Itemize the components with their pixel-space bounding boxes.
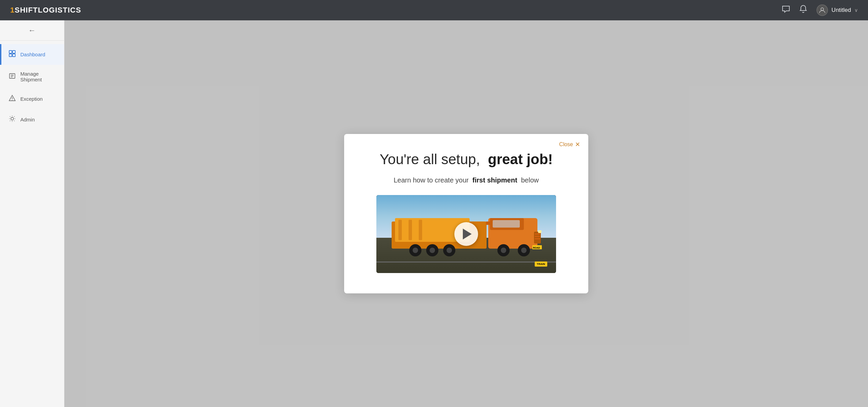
svg-rect-1 (9, 51, 12, 53)
admin-icon (9, 115, 16, 124)
close-label: Close (559, 141, 573, 148)
svg-point-27 (413, 248, 418, 253)
svg-rect-36 (486, 221, 491, 225)
back-button[interactable]: ← (0, 20, 64, 41)
svg-rect-16 (409, 220, 412, 240)
svg-rect-2 (13, 51, 15, 53)
avatar (816, 4, 828, 16)
svg-rect-24 (535, 238, 540, 239)
play-icon (463, 229, 472, 239)
user-name: Untitled (831, 7, 851, 14)
play-button[interactable] (454, 222, 478, 246)
svg-rect-20 (493, 220, 520, 228)
setup-modal: Close ✕ You're all setup, great job! Lea… (344, 134, 588, 293)
svg-point-35 (521, 248, 527, 253)
header: 1SHIFTLOGISTICS Untitled ∨ (0, 0, 868, 20)
subtitle-bold: first shipment (472, 176, 517, 184)
sidebar-item-dashboard[interactable]: Dashboard (0, 44, 64, 65)
video-thumbnail[interactable]: ROAD TRAIN (376, 195, 556, 273)
sidebar-item-label: Dashboard (20, 52, 45, 57)
back-arrow-icon: ← (28, 26, 36, 35)
modal-title: You're all setup, great job! (364, 151, 568, 168)
svg-point-0 (821, 8, 824, 11)
user-section[interactable]: Untitled ∨ (816, 4, 858, 16)
close-icon: ✕ (575, 141, 580, 148)
close-button[interactable]: Close ✕ (559, 141, 580, 148)
modal-subtitle: Learn how to create your first shipment … (364, 176, 568, 184)
road-line (376, 261, 556, 263)
svg-point-12 (11, 117, 14, 120)
sidebar-item-manage-shipment[interactable]: Manage Shipment (0, 65, 64, 89)
svg-rect-23 (535, 236, 540, 237)
svg-rect-15 (398, 220, 402, 240)
chevron-down-icon: ∨ (854, 7, 858, 13)
svg-rect-3 (9, 54, 12, 57)
sidebar-item-label: Exception (20, 96, 43, 102)
sidebar-item-admin[interactable]: Admin (0, 109, 64, 130)
modal-title-normal: You're all setup, (380, 151, 480, 167)
svg-point-29 (430, 248, 435, 253)
dashboard-icon (9, 50, 16, 59)
svg-rect-17 (419, 220, 422, 240)
modal-title-bold: great job! (488, 151, 553, 167)
svg-rect-25 (538, 230, 541, 233)
main-content: Close ✕ You're all setup, great job! Lea… (64, 20, 868, 407)
logo-text: 1SHIFTLOGISTICS (10, 6, 81, 15)
svg-rect-4 (13, 54, 15, 57)
sidebar-nav: Dashboard Manage Shipment (0, 41, 64, 130)
svg-text:ROAD: ROAD (533, 247, 540, 249)
logo: 1SHIFTLOGISTICS (10, 6, 81, 15)
svg-point-33 (501, 248, 506, 253)
sidebar-item-label: Manage Shipment (20, 71, 57, 82)
header-right: Untitled ∨ (782, 4, 858, 16)
svg-rect-22 (535, 233, 540, 235)
svg-point-11 (12, 100, 13, 100)
sidebar-item-exception[interactable]: Exception (0, 89, 64, 109)
exception-icon (9, 95, 16, 103)
manage-shipment-icon (9, 73, 16, 81)
sidebar: ← Dashboard M (0, 20, 64, 407)
subtitle-normal: Learn how to create your (394, 176, 469, 184)
subtitle-after: below (521, 176, 539, 184)
sidebar-item-label: Admin (20, 117, 35, 122)
svg-point-31 (447, 248, 452, 253)
road-train-sign: TRAIN (535, 261, 547, 267)
modal-overlay: Close ✕ You're all setup, great job! Lea… (64, 20, 868, 407)
logo-prefix: 1 (10, 6, 15, 14)
logo-suffix: SHIFTLOGISTICS (15, 6, 81, 14)
chat-icon[interactable] (782, 5, 790, 15)
bell-icon[interactable] (800, 5, 807, 15)
